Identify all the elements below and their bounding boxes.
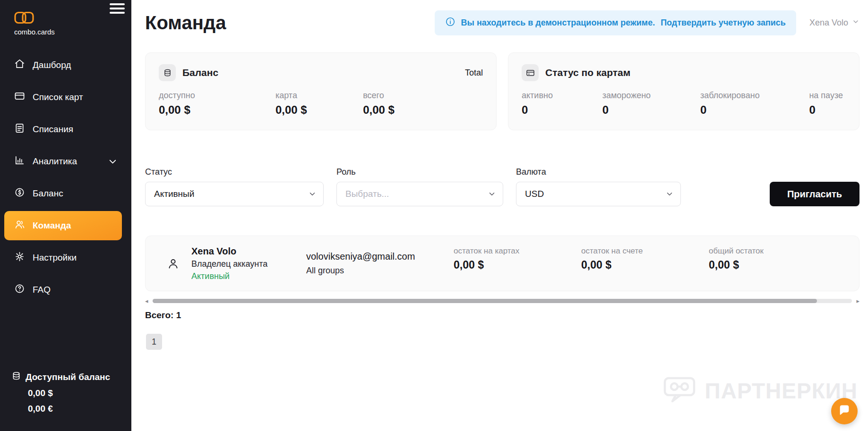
sidebar-item-balance[interactable]: Баланс <box>0 177 131 210</box>
question-icon <box>14 283 25 296</box>
bank-card-icon <box>522 64 539 81</box>
chevron-down-icon <box>852 18 859 28</box>
summary-cards: Баланс Total доступно 0,00 $ карта 0,00 … <box>145 52 859 130</box>
combo-cards-logo-icon <box>14 17 34 25</box>
sidebar-item-label: Аналитика <box>33 156 77 167</box>
member-total-balance: общий остаток 0,00 $ <box>709 246 830 271</box>
member-role: Владелец аккаунта <box>191 259 306 269</box>
document-icon <box>14 123 25 136</box>
team-icon <box>14 219 25 232</box>
available-balance-eur: 0,00 € <box>28 404 131 414</box>
sidebar: combo.cards Дашборд Список карт Списания <box>0 0 131 431</box>
status-col-paused: на паузе 0 <box>809 91 843 117</box>
sidebar-item-card-list[interactable]: Список карт <box>0 81 131 113</box>
pagination: 1 <box>146 334 859 350</box>
status-filter: Статус Активный <box>145 167 324 206</box>
sidebar-item-label: FAQ <box>33 285 51 295</box>
partnerkin-logo-icon <box>662 375 697 406</box>
total-count: Всего: 1 <box>145 310 859 321</box>
user-name: Xena Volo <box>809 18 848 28</box>
page: combo.cards Дашборд Список карт Списания <box>0 0 868 431</box>
sidebar-item-faq[interactable]: FAQ <box>0 274 131 306</box>
status-filter-label: Статус <box>145 167 324 177</box>
demo-banner-text: Вы находитесь в демонстрационном режиме. <box>461 18 655 28</box>
confirm-account-link[interactable]: Подтвердить учетную запись <box>661 18 786 28</box>
balance-card-title: Баланс <box>182 67 218 78</box>
member-cards-balance: остаток на картах 0,00 $ <box>454 246 581 271</box>
sidebar-item-label: Список карт <box>33 92 83 102</box>
balance-card: Баланс Total доступно 0,00 $ карта 0,00 … <box>145 52 497 130</box>
sidebar-item-settings[interactable]: Настройки <box>0 242 131 274</box>
member-name: Xena Volo <box>191 246 306 257</box>
watermark: ПАРТНЕРКИН <box>662 375 858 406</box>
page-button-1[interactable]: 1 <box>146 334 162 350</box>
watermark-text: ПАРТНЕРКИН <box>705 378 858 404</box>
user-menu[interactable]: Xena Volo <box>809 18 859 28</box>
status-select[interactable]: Активный <box>145 182 324 206</box>
scroll-left-arrow-icon[interactable]: ◂ <box>145 298 148 304</box>
chevron-down-icon <box>665 190 674 198</box>
sidebar-item-analytics[interactable]: Аналитика <box>0 145 131 177</box>
page-title: Команда <box>145 12 226 34</box>
member-account-balance: остаток на счете 0,00 $ <box>581 246 709 271</box>
coin-icon <box>14 187 25 200</box>
balance-col-total: всего 0,00 $ <box>363 91 395 117</box>
scrollbar-thumb[interactable] <box>153 299 817 303</box>
sidebar-item-label: Команда <box>33 220 71 231</box>
demo-mode-banner: Вы находитесь в демонстрационном режиме.… <box>435 10 796 35</box>
card-icon <box>14 91 25 104</box>
role-select[interactable]: Выбрать... <box>336 182 503 206</box>
member-groups: All groups <box>306 266 454 276</box>
chevron-down-icon <box>107 156 118 167</box>
app-logo-text: combo.cards <box>14 28 131 36</box>
member-identity: Xena Volo Владелец аккаунта Активный <box>191 246 306 281</box>
status-col-frozen: заморожено 0 <box>602 91 651 117</box>
role-filter: Роль Выбрать... <box>336 167 503 206</box>
person-icon <box>167 257 180 270</box>
team-member-row[interactable]: Xena Volo Владелец аккаунта Активный vol… <box>145 236 859 291</box>
sidebar-available-balance: Доступный баланс 0,00 $ 0,00 € <box>0 371 131 431</box>
scroll-right-arrow-icon[interactable]: ▸ <box>856 298 859 304</box>
status-col-active: активно 0 <box>522 91 553 117</box>
sidebar-item-label: Дашборд <box>33 60 71 70</box>
chat-bubble-icon <box>838 404 851 419</box>
chevron-down-icon <box>308 190 317 198</box>
member-status-badge: Активный <box>191 271 306 281</box>
cards-status-title: Статус по картам <box>545 67 630 78</box>
gear-icon <box>14 251 25 264</box>
sidebar-item-team[interactable]: Команда <box>4 211 122 240</box>
scrollbar-track[interactable] <box>153 299 852 303</box>
available-balance-label: Доступный баланс <box>26 372 110 382</box>
balance-col-available: доступно 0,00 $ <box>159 91 275 117</box>
balance-total-label: Total <box>465 68 483 78</box>
currency-filter: Валюта USD <box>516 167 681 206</box>
currency-select[interactable]: USD <box>516 182 681 206</box>
sidebar-item-label: Настройки <box>33 253 77 263</box>
member-contact: volovikseniya@gmail.com All groups <box>306 251 454 276</box>
cards-status-card: Статус по картам активно 0 заморожено 0 … <box>508 52 859 130</box>
chevron-down-icon <box>488 190 496 198</box>
filters-row: Статус Активный Роль Выбрать... <box>145 167 859 206</box>
sidebar-item-label: Списания <box>33 124 73 135</box>
balance-col-card: карта 0,00 $ <box>275 91 363 117</box>
chat-button[interactable] <box>831 398 858 424</box>
horizontal-scrollbar: ◂ ▸ <box>145 298 859 304</box>
home-icon <box>14 59 25 72</box>
sidebar-item-withdrawals[interactable]: Списания <box>0 113 131 145</box>
main-content: Команда Вы находитесь в демонстрационном… <box>131 0 868 431</box>
invite-button[interactable]: Пригласить <box>770 182 859 206</box>
currency-filter-label: Валюта <box>516 167 681 177</box>
sidebar-item-dashboard[interactable]: Дашборд <box>0 49 131 81</box>
role-filter-label: Роль <box>336 167 503 177</box>
member-email: volovikseniya@gmail.com <box>306 251 454 262</box>
info-icon <box>445 17 455 29</box>
hamburger-icon[interactable] <box>110 3 125 14</box>
page-header: Команда Вы находитесь в демонстрационном… <box>145 10 859 35</box>
sidebar-item-label: Баланс <box>33 188 63 199</box>
sidebar-menu: Дашборд Список карт Списания Аналитика <box>0 49 131 306</box>
chart-icon <box>14 155 25 168</box>
available-balance-usd: 0,00 $ <box>28 388 131 398</box>
status-col-blocked: заблокировано 0 <box>700 91 760 117</box>
coins-icon <box>159 64 176 81</box>
coins-icon <box>11 371 21 383</box>
